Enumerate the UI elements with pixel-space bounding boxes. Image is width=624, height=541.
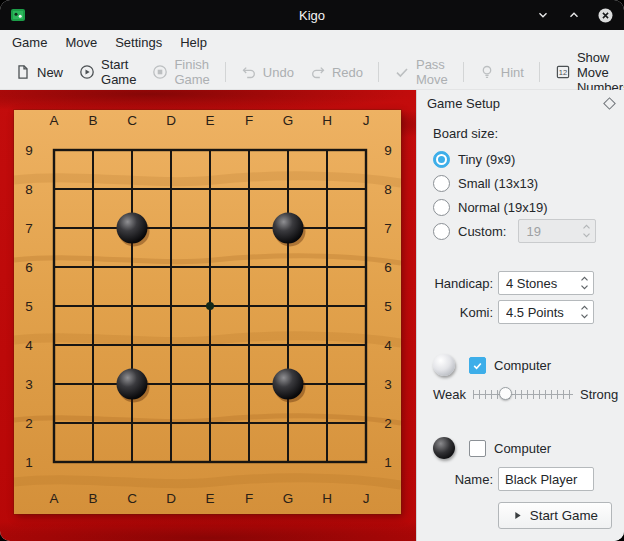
menu-item-help[interactable]: Help xyxy=(172,32,215,53)
komi-label: Komi: xyxy=(433,305,493,320)
radio-button-custom[interactable] xyxy=(433,223,450,240)
radio-option-custom[interactable]: Custom: 19 xyxy=(433,219,612,243)
custom-size-spinbox: 19 xyxy=(518,219,596,243)
menubar: GameMoveSettingsHelp xyxy=(0,30,624,55)
toolbar-button-label: Show Move Numbers xyxy=(577,50,624,95)
radio-option-tiny-9x9[interactable]: Tiny (9x9) xyxy=(433,147,612,171)
toolbar-button-undo: Undo xyxy=(234,60,301,84)
white-stone-icon xyxy=(433,354,455,376)
radio-label: Tiny (9x9) xyxy=(458,152,515,167)
toolbar-separator xyxy=(225,62,226,82)
radio-button-small-13x13[interactable] xyxy=(433,175,450,192)
black-computer-checkbox[interactable] xyxy=(469,440,486,457)
start-game-label: Start Game xyxy=(530,508,598,523)
window-title: Kigo xyxy=(0,8,624,23)
menu-item-game[interactable]: Game xyxy=(4,32,55,53)
svg-text:1: 1 xyxy=(25,455,33,470)
slider-handle[interactable] xyxy=(499,387,512,400)
undo-arrow-icon xyxy=(241,64,257,80)
toolbar-button-label: Undo xyxy=(263,65,294,80)
maximize-button[interactable] xyxy=(565,6,583,24)
strong-label: Strong xyxy=(580,387,618,402)
minimize-button[interactable] xyxy=(534,6,552,24)
start-row: Start Game xyxy=(433,502,612,529)
board-size-label: Board size: xyxy=(433,126,612,141)
svg-text:H: H xyxy=(322,491,332,506)
toolbar-separator xyxy=(378,62,379,82)
white-computer-option[interactable]: Computer xyxy=(469,357,551,374)
black-name-input[interactable] xyxy=(498,467,594,491)
board-size-options: Tiny (9x9)Small (13x13)Normal (19x19) xyxy=(433,147,612,219)
svg-text:2: 2 xyxy=(25,416,33,431)
black-computer-label: Computer xyxy=(494,441,551,456)
svg-text:8: 8 xyxy=(384,182,392,197)
radio-button-tiny-9x9[interactable] xyxy=(433,151,450,168)
radio-button-normal-19x19[interactable] xyxy=(433,199,450,216)
komi-spinbox[interactable]: 4.5 Points xyxy=(498,300,594,324)
toolbar-button-start-game[interactable]: Start Game xyxy=(72,53,143,91)
start-game-button[interactable]: Start Game xyxy=(498,502,612,529)
toolbar-button-redo: Redo xyxy=(303,60,370,84)
handicap-spinbox[interactable]: 4 Stones xyxy=(498,271,594,295)
toolbar-separator xyxy=(463,62,464,82)
toolbar-button-label: Start Game xyxy=(101,57,136,87)
svg-text:D: D xyxy=(166,491,176,506)
svg-text:A: A xyxy=(49,491,58,506)
radio-option-normal-19x19[interactable]: Normal (19x19) xyxy=(433,195,612,219)
toolbar-button-label: Hint xyxy=(501,65,524,80)
white-computer-checkbox[interactable] xyxy=(469,357,486,374)
board-background: AABBCCDDEEFFGGHHJJ998877665544332211 xyxy=(0,90,416,541)
custom-size-value: 19 xyxy=(526,224,578,239)
radio-label: Small (13x13) xyxy=(458,176,538,191)
handicap-row: Handicap: 4 Stones xyxy=(433,271,612,295)
radio-option-small-13x13[interactable]: Small (13x13) xyxy=(433,171,612,195)
svg-text:5: 5 xyxy=(25,299,33,314)
white-computer-label: Computer xyxy=(494,358,551,373)
svg-text:D: D xyxy=(166,113,176,128)
close-button[interactable] xyxy=(596,6,614,24)
strength-slider[interactable] xyxy=(473,386,573,402)
toolbar-button-finish-game: Finish Game xyxy=(145,53,216,91)
float-panel-icon[interactable] xyxy=(603,97,616,110)
black-player-row: Computer xyxy=(433,437,612,459)
svg-text:6: 6 xyxy=(384,260,392,275)
game-setup-panel: Game Setup Board size: Tiny (9x9)Small (… xyxy=(416,90,624,541)
handicap-value: 4 Stones xyxy=(506,276,576,291)
black-computer-option[interactable]: Computer xyxy=(469,440,551,457)
main-area: AABBCCDDEEFFGGHHJJ998877665544332211 Gam… xyxy=(0,90,624,541)
panel-title: Game Setup xyxy=(427,96,500,111)
document-new-icon xyxy=(15,64,31,80)
svg-text:B: B xyxy=(88,113,97,128)
radio-label: Normal (19x19) xyxy=(458,200,548,215)
lightbulb-icon xyxy=(479,64,495,80)
svg-text:7: 7 xyxy=(25,221,33,236)
komi-row: Komi: 4.5 Points xyxy=(433,300,612,324)
svg-text:F: F xyxy=(245,491,253,506)
svg-text:3: 3 xyxy=(25,377,33,392)
white-player-row: Computer xyxy=(433,354,612,376)
svg-text:12: 12 xyxy=(559,68,567,77)
toolbar-separator xyxy=(539,62,540,82)
strength-slider-row: Weak Strong xyxy=(433,385,612,403)
toolbar-button-hint: Hint xyxy=(472,60,531,84)
stop-circle-icon xyxy=(152,64,168,80)
menu-item-move[interactable]: Move xyxy=(57,32,105,53)
toolbar-button-new[interactable]: New xyxy=(8,60,70,84)
svg-text:6: 6 xyxy=(25,260,33,275)
toolbar-button-label: New xyxy=(37,65,63,80)
slider-track[interactable] xyxy=(473,390,573,399)
toolbar-button-label: Redo xyxy=(332,65,363,80)
svg-text:G: G xyxy=(283,491,294,506)
svg-text:C: C xyxy=(127,491,137,506)
go-board[interactable]: AABBCCDDEEFFGGHHJJ998877665544332211 xyxy=(14,110,401,514)
svg-text:5: 5 xyxy=(384,299,392,314)
play-icon xyxy=(512,510,523,521)
svg-text:J: J xyxy=(363,491,370,506)
toolbar-button-pass-move: Pass Move xyxy=(387,53,455,91)
app-icon xyxy=(10,7,26,23)
spin-arrows-icon[interactable] xyxy=(576,272,593,294)
window-controls xyxy=(534,6,614,24)
radio-label-custom: Custom: xyxy=(458,224,506,239)
spin-arrows-icon[interactable] xyxy=(576,301,593,323)
menu-item-settings[interactable]: Settings xyxy=(107,32,170,53)
